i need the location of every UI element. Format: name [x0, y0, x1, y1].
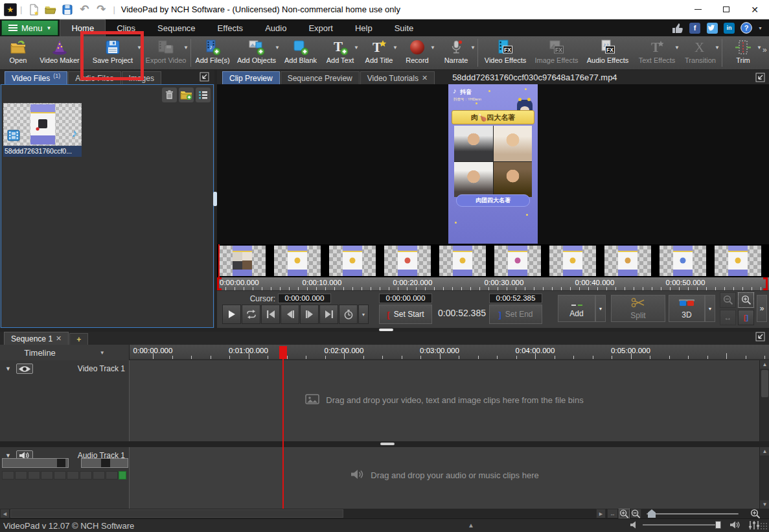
clip-thumbnail[interactable]	[660, 246, 706, 276]
maximize-button[interactable]	[712, 0, 740, 19]
toolbar-add-objects-button[interactable]: ▼Add Objects	[233, 36, 281, 70]
scrollbar-thumb[interactable]	[10, 509, 343, 518]
toolbar-video-effects-button[interactable]: FXVideo Effects	[479, 36, 531, 70]
scroll-down-icon[interactable]: ▼	[760, 500, 769, 509]
track-splitter-handle[interactable]	[380, 443, 395, 445]
volume-slider[interactable]	[2, 458, 69, 468]
panel-collapse-arrow[interactable]: ▲	[468, 522, 474, 529]
dropdown-arrow-icon[interactable]: ▼	[715, 45, 720, 51]
clip-thumbnail[interactable]	[604, 246, 651, 276]
toolbar-trim-button[interactable]: ▼Trim	[724, 36, 763, 70]
sequence-tab[interactable]: Sequence 1 ✕	[4, 332, 69, 345]
resize-grip[interactable]	[760, 522, 768, 530]
range-brackets-icon[interactable]: []	[738, 310, 754, 325]
dropdown-arrow-icon[interactable]: ▼	[354, 45, 359, 51]
toolbar-add-text-button[interactable]: T▼Add Text	[321, 36, 360, 70]
toolbar-add-title-button[interactable]: T▼Add Title	[360, 36, 398, 70]
threed-button[interactable]: 3D	[669, 295, 705, 322]
menu-tab-help[interactable]: Help	[344, 19, 384, 36]
collapse-triangle-icon[interactable]: ▼	[5, 365, 11, 372]
clip-time-ruler[interactable]: 0:00:00.0000:00:10.0000:00:20.0000:00:30…	[217, 277, 769, 290]
add-to-sequence-button[interactable]: Add	[558, 295, 595, 322]
timeline-zoom-out-icon[interactable]	[630, 509, 641, 518]
scroll-up-icon[interactable]: ▲	[760, 447, 769, 456]
new-sequence-tab[interactable]: +	[69, 333, 88, 345]
menu-tab-audio[interactable]: Audio	[254, 19, 297, 36]
loop-button[interactable]	[242, 305, 260, 324]
menu-tab-clips[interactable]: Clips	[106, 19, 146, 36]
preview-tab-sequence-preview[interactable]: Sequence Preview	[281, 71, 360, 84]
transport-expand-button[interactable]: »	[757, 295, 767, 322]
toolbar-audio-effects-button[interactable]: ♪♪FXAudio Effects	[582, 36, 634, 70]
clip-thumbnail[interactable]	[274, 246, 321, 276]
dropdown-arrow-icon[interactable]: ▼	[757, 45, 762, 51]
close-tab-icon[interactable]: ✕	[56, 334, 62, 343]
dropdown-arrow-icon[interactable]: ▼	[183, 45, 189, 51]
chevron-down-icon[interactable]: ▼	[758, 26, 763, 30]
threed-dropdown[interactable]: ▼	[705, 295, 715, 322]
end-time-field[interactable]: 0:00:52.385	[489, 294, 542, 303]
dropdown-arrow-icon[interactable]: ▼	[470, 45, 476, 51]
splitter-handle[interactable]	[379, 329, 393, 331]
delete-icon[interactable]	[162, 87, 177, 102]
timeline-header[interactable]: Timeline ▼	[0, 345, 130, 360]
media-item-thumbnail[interactable]: ♪	[3, 103, 82, 146]
chevron-down-icon[interactable]: ▼	[100, 350, 105, 356]
play-button[interactable]	[222, 305, 241, 324]
menu-tab-suite[interactable]: Suite	[384, 19, 425, 36]
bin-tab-images[interactable]: Images	[122, 71, 161, 84]
playback-options-dropdown[interactable]: ▼	[358, 305, 369, 324]
clip-thumbnail[interactable]	[439, 246, 486, 276]
redo-icon[interactable]: ↷	[93, 3, 109, 17]
close-tab-icon[interactable]: ✕	[422, 74, 428, 82]
help-icon[interactable]: ?	[739, 21, 754, 35]
toolbar-narrate-button[interactable]: ▼Narrate	[436, 36, 476, 70]
master-volume-handle[interactable]	[715, 521, 721, 529]
start-time-field[interactable]: 0:00:00.000	[379, 294, 432, 303]
media-item[interactable]: ♪ 58ddd72631760ccf0...	[3, 103, 82, 157]
timer-button[interactable]	[339, 305, 358, 324]
scroll-right-icon[interactable]: ►	[596, 509, 606, 518]
sequence-playhead[interactable]	[282, 346, 284, 509]
clip-thumbnail[interactable]	[494, 246, 541, 276]
undock-icon[interactable]	[200, 72, 209, 84]
toolbar-text-effects-button[interactable]: T▼Text Effects	[634, 36, 680, 70]
set-start-button[interactable]: [ Set Start	[379, 305, 432, 324]
clip-thumbnail[interactable]	[329, 246, 376, 276]
open-project-icon[interactable]	[43, 3, 58, 17]
menu-tab-sequence[interactable]: Sequence	[146, 19, 207, 36]
zoom-full-icon[interactable]	[748, 509, 763, 518]
video-frame[interactable]: ♪ 抖音 抖音号：YHDann 肉🍗四大名著 肉团四大名著	[448, 84, 538, 244]
scroll-up-icon[interactable]: ▲	[760, 360, 769, 369]
timeline-scrollbar[interactable]: ◄ ► ↔	[0, 509, 769, 518]
list-view-icon[interactable]	[196, 87, 211, 102]
preview-tab-video-tutorials[interactable]: Video Tutorials✕	[360, 71, 435, 84]
toolbar-image-effects-button[interactable]: FXImage Effects	[531, 36, 582, 70]
clip-thumbnail[interactable]	[219, 246, 266, 276]
toolbar-open-button[interactable]: Open	[0, 36, 36, 70]
undock-icon[interactable]	[755, 73, 765, 84]
add-folder-icon[interactable]	[179, 87, 194, 102]
close-button[interactable]: ✕	[740, 0, 769, 19]
menu-button[interactable]: Menu ▼	[1, 20, 58, 36]
audio-mixer-icon[interactable]	[748, 520, 760, 532]
pan-slider[interactable]	[81, 458, 128, 468]
sequence-playhead-flag[interactable]	[279, 346, 287, 359]
clip-thumbnail[interactable]	[715, 246, 761, 276]
clip-playhead[interactable]	[218, 244, 220, 277]
clip-thumbnail[interactable]	[549, 246, 596, 276]
toolbar-overflow-button[interactable]: »	[763, 36, 769, 69]
audio-track-scrollbar[interactable]: ▲ ▼	[759, 447, 769, 509]
minimize-button[interactable]	[683, 0, 712, 19]
add-dropdown[interactable]: ▼	[595, 295, 606, 322]
toolbar-record-button[interactable]: ▼Record	[398, 36, 436, 70]
clip-timeline-strip[interactable]	[217, 244, 769, 277]
track-visibility-toggle[interactable]	[16, 364, 33, 374]
timeline-zoom-in-icon[interactable]	[619, 509, 630, 518]
dropdown-arrow-icon[interactable]: ▼	[430, 45, 435, 51]
toolbar-save-project-button[interactable]: ▼Save Project	[83, 36, 143, 70]
new-project-icon[interactable]	[26, 3, 41, 17]
zoom-out-icon[interactable]	[720, 292, 736, 308]
clip-thumbnail[interactable]	[384, 246, 431, 276]
menu-tab-export[interactable]: Export	[297, 19, 344, 36]
